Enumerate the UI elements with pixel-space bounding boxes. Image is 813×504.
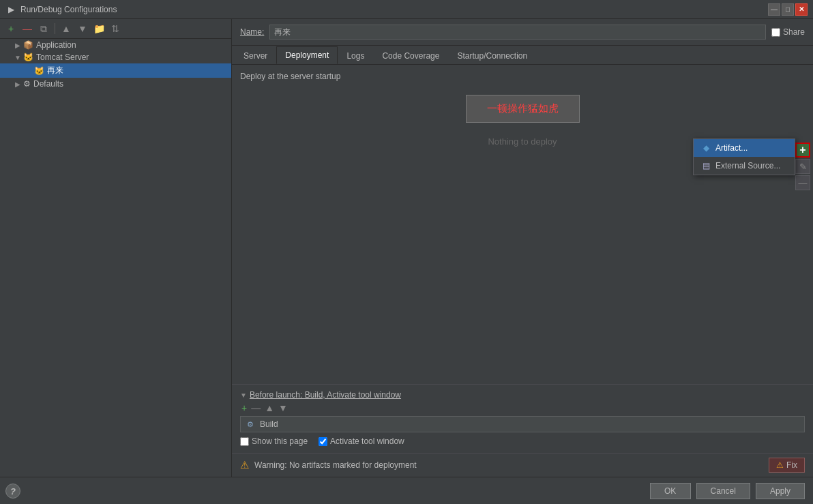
window-title: Run/Debug Configurations xyxy=(20,5,768,14)
sidebar-toolbar: + — ⧉ ▲ ▼ 📁 ⇅ xyxy=(0,19,231,39)
tab-server[interactable]: Server xyxy=(235,47,276,64)
build-item-label: Build xyxy=(260,419,278,429)
tabs-bar: Server Deployment Logs Code Coverage Sta… xyxy=(232,46,813,65)
zailai-label: 再来 xyxy=(47,65,63,76)
cancel-button[interactable]: Cancel xyxy=(696,483,750,499)
tomcat-icon: 🐱 xyxy=(23,53,33,62)
fix-button[interactable]: ⚠ Fix xyxy=(769,458,805,473)
edit-artifact-button[interactable]: ✎ xyxy=(795,159,810,174)
arrow-icon: ▶ xyxy=(14,41,22,49)
dropdown-external-source-item[interactable]: ▤ External Source... xyxy=(694,157,795,175)
side-actions: + ✎ — xyxy=(793,140,813,193)
fix-icon: ⚠ xyxy=(776,460,784,470)
before-launch-section: ▼ Before launch: Build, Activate tool wi… xyxy=(232,384,813,453)
share-row: Share xyxy=(771,27,805,37)
warning-icon: ⚠ xyxy=(240,459,249,471)
defaults-icon: ⚙ xyxy=(23,79,31,89)
move-up-button[interactable]: ▲ xyxy=(59,22,73,35)
before-launch-header: ▼ Before launch: Build, Activate tool wi… xyxy=(240,390,805,400)
minimize-button[interactable]: — xyxy=(768,3,780,16)
artifact-label: Artifact... xyxy=(715,143,748,153)
content-area: Deploy at the server startup 一顿操作猛如虎 Not… xyxy=(232,65,813,384)
deploy-label: Deploy at the server startup xyxy=(240,72,805,81)
sidebar: + — ⧉ ▲ ▼ 📁 ⇅ ▶ 📦 Application ▼ 🐱 Tomcat… xyxy=(0,19,232,477)
show-page-option: Show this page xyxy=(240,436,308,446)
build-icon: ⚙ xyxy=(245,419,256,430)
configuration-tree: ▶ 📦 Application ▼ 🐱 Tomcat Server 🐱 再来 ▶… xyxy=(0,39,231,90)
deploy-btn-container: 一顿操作猛如虎 xyxy=(240,95,805,123)
name-row: Name: Share xyxy=(232,19,813,46)
bl-remove-button[interactable]: — xyxy=(250,402,262,413)
before-launch-toolbar: + — ▲ ▼ xyxy=(240,402,805,413)
deploy-action-button[interactable]: 一顿操作猛如虎 xyxy=(466,95,580,123)
launch-options: Show this page Activate tool window xyxy=(240,435,805,447)
maximize-button[interactable]: □ xyxy=(782,3,794,16)
name-label: Name: xyxy=(240,27,264,37)
activate-tool-window-checkbox[interactable] xyxy=(319,437,327,446)
before-launch-title: Before launch: Build, Activate tool wind… xyxy=(250,390,401,400)
copy-config-button[interactable]: ⧉ xyxy=(37,22,50,35)
external-source-icon: ▤ xyxy=(700,160,711,171)
bl-add-button[interactable]: + xyxy=(240,402,248,413)
show-page-checkbox[interactable] xyxy=(240,437,249,446)
window-controls: — □ ✕ xyxy=(768,3,808,16)
add-config-button[interactable]: + xyxy=(4,22,18,35)
folder-button[interactable]: 📁 xyxy=(92,22,106,35)
defaults-arrow-icon: ▶ xyxy=(14,80,22,88)
application-icon: 📦 xyxy=(23,40,33,50)
bl-down-button[interactable]: ▼ xyxy=(277,402,289,413)
move-down-button[interactable]: ▼ xyxy=(76,22,89,35)
tab-startup-connection[interactable]: Startup/Connection xyxy=(448,47,536,64)
share-checkbox[interactable] xyxy=(771,28,780,37)
window-icon: ▶ xyxy=(5,4,16,15)
warning-text: Warning: No artifacts marked for deploym… xyxy=(254,460,763,470)
close-button[interactable]: ✕ xyxy=(795,3,808,16)
name-input[interactable] xyxy=(269,25,766,40)
remove-config-button[interactable]: — xyxy=(20,22,34,35)
separator-1 xyxy=(55,23,55,34)
remove-artifact-button[interactable]: — xyxy=(795,175,810,190)
dropdown-artifact-item[interactable]: ◆ Artifact... xyxy=(694,139,795,157)
share-label: Share xyxy=(783,27,805,37)
tree-item-defaults[interactable]: ▶ ⚙ Defaults xyxy=(0,78,231,90)
warning-bar: ⚠ Warning: No artifacts marked for deplo… xyxy=(232,453,813,477)
bl-up-button[interactable]: ▲ xyxy=(263,402,276,413)
tab-deployment[interactable]: Deployment xyxy=(276,46,338,64)
tree-item-tomcat[interactable]: ▼ 🐱 Tomcat Server xyxy=(0,51,231,63)
title-bar: ▶ Run/Debug Configurations — □ ✕ xyxy=(0,0,813,19)
zailai-icon: 🐱 xyxy=(34,66,44,76)
application-label: Application xyxy=(36,40,76,50)
tab-code-coverage[interactable]: Code Coverage xyxy=(373,47,448,64)
fix-label: Fix xyxy=(786,460,797,470)
tab-logs[interactable]: Logs xyxy=(338,47,373,64)
sort-button[interactable]: ⇅ xyxy=(108,22,122,35)
zailai-arrow xyxy=(25,67,33,75)
artifact-icon: ◆ xyxy=(700,143,711,153)
external-source-label: External Source... xyxy=(715,161,780,171)
ok-button[interactable]: OK xyxy=(650,483,691,499)
right-panel: Name: Share Server Deployment Logs Code … xyxy=(232,19,813,477)
tomcat-label: Tomcat Server xyxy=(36,53,89,62)
tree-item-application[interactable]: ▶ 📦 Application xyxy=(0,39,231,51)
add-artifact-button[interactable]: + xyxy=(795,143,810,158)
show-page-label: Show this page xyxy=(252,436,308,446)
zhe-jiu-text: 这就有了 xyxy=(240,160,764,175)
artifact-dropdown: ◆ Artifact... ▤ External Source... xyxy=(693,138,795,175)
collapse-arrow-icon[interactable]: ▼ xyxy=(240,391,247,399)
main-container: + — ⧉ ▲ ▼ 📁 ⇅ ▶ 📦 Application ▼ 🐱 Tomcat… xyxy=(0,19,813,477)
tomcat-arrow-icon: ▼ xyxy=(14,53,22,61)
tree-item-zailai[interactable]: 🐱 再来 xyxy=(0,63,231,78)
defaults-label: Defaults xyxy=(33,79,63,89)
bottom-bar: ? OK Cancel Apply xyxy=(0,477,813,504)
apply-button[interactable]: Apply xyxy=(756,483,805,499)
activate-tool-window-option: Activate tool window xyxy=(319,436,404,446)
activate-tool-window-label: Activate tool window xyxy=(330,436,404,446)
help-button[interactable]: ? xyxy=(5,484,20,499)
build-item: ⚙ Build xyxy=(240,416,805,432)
